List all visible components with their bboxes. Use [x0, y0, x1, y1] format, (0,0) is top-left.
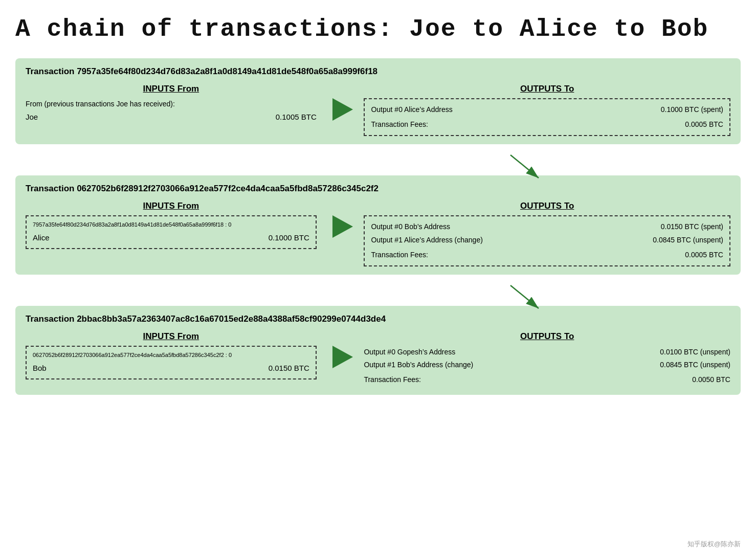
green-arrow-1	[332, 98, 353, 121]
output-label-3-0: Output #0 Gopesh’s Address	[364, 346, 455, 359]
output-amount-1-0: 0.1000 BTC (spent)	[661, 103, 723, 116]
arrow-col-1	[322, 84, 364, 121]
fee-row-3: Transaction Fees: 0.0050 BTC	[364, 373, 730, 386]
diagonal-arrow-2-3	[505, 283, 546, 311]
input-amount-2-0: 0.1000 BTC	[269, 232, 309, 244]
inputs-ref-2: 7957a35fe64f80d234d76d83a2a8f1a0d8149a41…	[33, 220, 309, 230]
output-row-1-0: Output #0 Alice’s Address 0.1000 BTC (sp…	[371, 103, 723, 116]
input-name-2-0: Alice	[33, 232, 50, 244]
tx-id-1: Transaction 7957a35fe64f80d234d76d83a2a8…	[26, 66, 730, 77]
outputs-header-3: OUTPUTS To	[364, 331, 730, 342]
inputs-row-2-0: Alice 0.1000 BTC	[33, 232, 309, 244]
outputs-col-3: OUTPUTS To Output #0 Gopesh’s Address 0.…	[364, 331, 730, 387]
inputs-ref-3: 0627052b6f28912f2703066a912ea577f2ce4da4…	[33, 351, 309, 360]
output-amount-3-0: 0.0100 BTC (unspent)	[660, 346, 730, 359]
inputs-header-1: INPUTS From	[26, 84, 317, 94]
inputs-header-3: INPUTS From	[26, 331, 317, 342]
page-title: A chain of transactions: Joe to Alice to…	[15, 15, 741, 43]
inputs-row-3-0: Bob 0.0150 BTC	[33, 362, 309, 374]
inputs-from-desc-1: From (previous transactions Joe has rece…	[26, 98, 317, 110]
input-amount-3-0: 0.0150 BTC	[269, 362, 309, 374]
output-row-2-1: Output #1 Alice’s Address (change) 0.084…	[371, 234, 723, 247]
output-row-3-1: Output #1 Bob’s Address (change) 0.0845 …	[364, 359, 730, 371]
inputs-row-1-0: Joe 0.1005 BTC	[26, 110, 317, 124]
input-name-1-0: Joe	[26, 110, 38, 124]
output-label-2-1: Output #1 Alice’s Address (change)	[371, 234, 482, 247]
output-amount-2-1: 0.0845 BTC (unspent)	[653, 234, 723, 247]
inputs-col-2: INPUTS From 7957a35fe64f80d234d76d83a2a8…	[26, 201, 322, 249]
inputs-box-2: 7957a35fe64f80d234d76d83a2a8f1a0d8149a41…	[26, 215, 317, 249]
fee-amount-3: 0.0050 BTC	[692, 373, 730, 386]
outputs-box-1: Output #0 Alice’s Address 0.1000 BTC (sp…	[364, 98, 730, 136]
tx-body-1: INPUTS From From (previous transactions …	[26, 84, 730, 136]
connector-1-2	[15, 152, 741, 181]
svg-line-3	[510, 285, 539, 308]
tx-id-2: Transaction 0627052b6f28912f2703066a912e…	[26, 184, 730, 194]
green-arrow-3	[332, 346, 353, 368]
outputs-header-1: OUTPUTS To	[364, 84, 730, 94]
fee-row-2: Transaction Fees: 0.0005 BTC	[371, 249, 723, 261]
output-label-1-0: Output #0 Alice’s Address	[371, 103, 452, 116]
inputs-header-2: INPUTS From	[26, 201, 317, 211]
input-name-3-0: Bob	[33, 362, 47, 374]
diagonal-arrow-1-2	[505, 152, 546, 181]
tx-body-2: INPUTS From 7957a35fe64f80d234d76d83a2a8…	[26, 201, 730, 266]
outputs-header-2: OUTPUTS To	[364, 201, 730, 211]
arrow-col-2	[322, 201, 364, 238]
tx-body-3: INPUTS From 0627052b6f28912f2703066a912e…	[26, 331, 730, 387]
green-arrow-2	[332, 215, 353, 238]
connector-2-3	[15, 283, 741, 311]
output-label-2-0: Output #0 Bob’s Address	[371, 220, 450, 233]
outputs-col-1: OUTPUTS To Output #0 Alice’s Address 0.1…	[364, 84, 730, 136]
fee-label-2: Transaction Fees:	[371, 249, 428, 261]
inputs-from-text-1: From (previous transactions Joe has rece…	[26, 98, 317, 123]
inputs-col-3: INPUTS From 0627052b6f28912f2703066a912e…	[26, 331, 322, 379]
transaction-block-1: Transaction 7957a35fe64f80d234d76d83a2a8…	[15, 58, 741, 144]
output-amount-3-1: 0.0845 BTC (unspent)	[660, 359, 730, 371]
fee-amount-2: 0.0005 BTC	[685, 249, 723, 261]
arrow-col-3	[322, 331, 364, 368]
svg-line-1	[510, 155, 539, 178]
outputs-box-2: Output #0 Bob’s Address 0.0150 BTC (spen…	[364, 215, 730, 266]
fee-amount-1: 0.0005 BTC	[685, 118, 723, 131]
fee-label-3: Transaction Fees:	[364, 373, 421, 386]
page-container: A chain of transactions: Joe to Alice to…	[15, 15, 741, 395]
output-row-3-0: Output #0 Gopesh’s Address 0.0100 BTC (u…	[364, 346, 730, 359]
tx-id-3: Transaction 2bbac8bb3a57a2363407ac8c16a6…	[26, 314, 730, 324]
outputs-col-2: OUTPUTS To Output #0 Bob’s Address 0.015…	[364, 201, 730, 266]
outputs-area-3: Output #0 Gopesh’s Address 0.0100 BTC (u…	[364, 346, 730, 387]
fee-row-1: Transaction Fees: 0.0005 BTC	[371, 118, 723, 131]
inputs-col-1: INPUTS From From (previous transactions …	[26, 84, 322, 123]
output-label-3-1: Output #1 Bob’s Address (change)	[364, 359, 473, 371]
output-row-2-0: Output #0 Bob’s Address 0.0150 BTC (spen…	[371, 220, 723, 233]
output-amount-2-0: 0.0150 BTC (spent)	[661, 220, 723, 233]
transaction-block-3: Transaction 2bbac8bb3a57a2363407ac8c16a6…	[15, 306, 741, 395]
inputs-box-3: 0627052b6f28912f2703066a912ea577f2ce4da4…	[26, 346, 317, 379]
transaction-block-2: Transaction 0627052b6f28912f2703066a912e…	[15, 175, 741, 275]
input-amount-1-0: 0.1005 BTC	[276, 110, 317, 124]
fee-label-1: Transaction Fees:	[371, 118, 428, 131]
watermark: 知乎版权@陈亦新	[687, 540, 741, 549]
